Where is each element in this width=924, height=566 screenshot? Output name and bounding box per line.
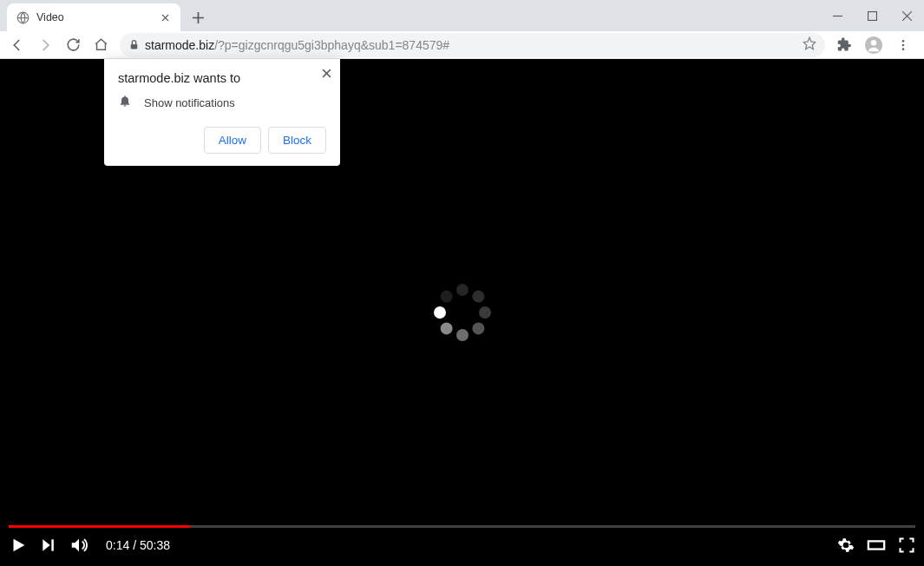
close-window-button[interactable] [889,0,924,31]
lock-icon [128,39,140,50]
next-button[interactable] [40,536,57,554]
svg-rect-2 [131,44,138,49]
svg-point-4 [871,40,876,45]
play-button[interactable] [9,536,28,555]
minimize-button[interactable] [820,0,855,31]
bookmark-star-icon[interactable] [803,36,816,54]
block-button[interactable]: Block [268,127,326,154]
tab-strip: Video [0,0,924,31]
loading-spinner [432,282,493,343]
maximize-button[interactable] [855,0,889,31]
video-progress-bar[interactable] [9,525,915,528]
prompt-origin-text: starmode.biz wants to [118,71,326,85]
prompt-close-button[interactable] [322,66,331,81]
url-path: /?p=gizgcnrqgu5gi3bphayq&sub1=874579# [214,38,449,52]
bell-icon [118,94,132,111]
svg-rect-8 [51,539,54,550]
tab-close-button[interactable] [158,10,172,24]
duration: 50:38 [140,538,170,552]
svg-rect-1 [868,11,876,20]
current-time: 0:14 [106,538,129,552]
window-controls [820,0,924,31]
notification-permission-prompt: starmode.biz wants to Show notifications… [104,59,340,166]
forward-button[interactable] [33,33,57,57]
svg-point-5 [902,40,905,43]
extensions-icon[interactable] [832,33,856,57]
theater-mode-icon[interactable] [867,536,886,555]
kebab-menu-icon[interactable] [891,33,915,57]
browser-toolbar: starmode.biz/?p=gizgcnrqgu5gi3bphayq&sub… [0,31,924,59]
settings-gear-icon[interactable] [837,536,855,554]
profile-avatar-icon[interactable] [862,33,886,57]
reload-button[interactable] [61,33,85,57]
address-bar[interactable]: starmode.biz/?p=gizgcnrqgu5gi3bphayq&sub… [120,33,825,57]
time-separator: / [129,538,140,552]
svg-rect-9 [868,541,884,549]
home-button[interactable] [88,33,113,57]
url-text: starmode.biz/?p=gizgcnrqgu5gi3bphayq&sub… [145,38,797,52]
time-display: 0:14 / 50:38 [106,538,170,552]
prompt-permission-label: Show notifications [144,96,235,109]
back-button[interactable] [5,33,29,57]
video-controls: 0:14 / 50:38 [9,525,915,561]
new-tab-button[interactable] [186,5,210,30]
svg-point-6 [902,43,905,46]
browser-tab[interactable]: Video [7,3,180,31]
tab-title: Video [36,11,151,23]
volume-button[interactable] [69,536,88,555]
fullscreen-icon[interactable] [898,536,915,554]
allow-button[interactable]: Allow [204,127,261,154]
url-host: starmode.biz [145,38,214,52]
globe-icon [16,10,29,24]
svg-point-7 [902,48,905,50]
video-progress-fill [9,525,190,528]
